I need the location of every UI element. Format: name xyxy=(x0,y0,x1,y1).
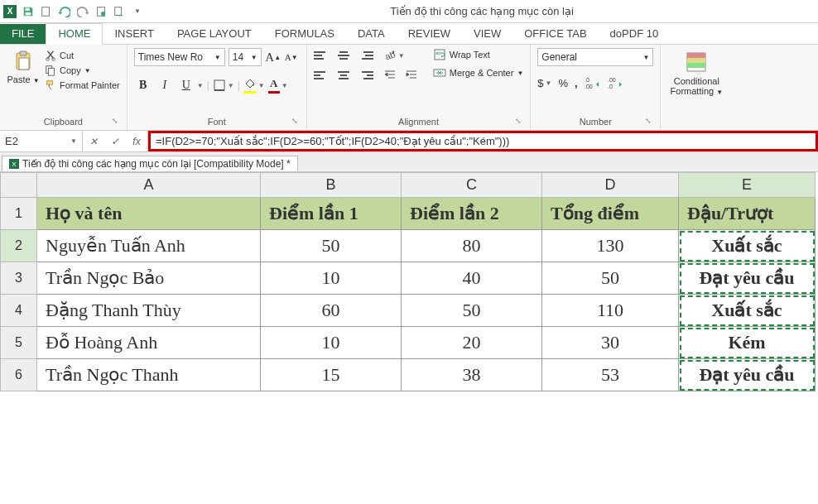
cell-A6[interactable]: Trần Ngọc Thanh xyxy=(37,359,261,391)
enter-formula-icon[interactable]: ✓ xyxy=(104,136,126,147)
cell-E2[interactable]: Xuất sắc xyxy=(679,230,816,262)
tab-office-tab[interactable]: OFFICE TAB xyxy=(512,24,598,44)
align-center-button[interactable] xyxy=(335,68,352,83)
cell-B3[interactable]: 10 xyxy=(261,262,402,295)
increase-decimal-button[interactable]: .0.00 xyxy=(585,76,601,89)
tab-home[interactable]: HOME xyxy=(46,23,103,45)
row-header-5[interactable]: 5 xyxy=(1,327,37,359)
cell-E5[interactable]: Kém xyxy=(679,327,816,359)
tab-view[interactable]: VIEW xyxy=(462,24,512,44)
cell-C6[interactable]: 38 xyxy=(402,359,542,391)
currency-button[interactable]: $ ▼ xyxy=(537,77,551,89)
cell-D4[interactable]: 110 xyxy=(542,295,679,327)
align-bottom-button[interactable] xyxy=(357,48,373,63)
cell-B1[interactable]: Điểm lần 1 xyxy=(261,198,402,230)
tab-formulas[interactable]: FORMULAS xyxy=(263,24,346,44)
cell-B6[interactable]: 15 xyxy=(261,359,402,391)
cell-A5[interactable]: Đỗ Hoàng Anh xyxy=(37,327,261,359)
row-header-1[interactable]: 1 xyxy=(1,198,37,230)
comma-button[interactable]: , xyxy=(575,77,578,89)
cell-D1[interactable]: Tổng điểm xyxy=(542,198,679,230)
paste-button[interactable]: Paste ▼ xyxy=(7,48,40,84)
clipboard-dialog-icon[interactable]: ⤡ xyxy=(110,117,120,127)
cell-B5[interactable]: 10 xyxy=(261,327,402,359)
cell-E6[interactable]: Đạt yêu cầu xyxy=(679,359,816,391)
column-header-E[interactable]: E xyxy=(679,173,816,198)
cell-D6[interactable]: 53 xyxy=(542,359,679,391)
save-icon[interactable] xyxy=(22,5,35,18)
cell-D5[interactable]: 30 xyxy=(542,327,679,359)
cell-C4[interactable]: 50 xyxy=(402,295,542,327)
cut-button[interactable]: Cut xyxy=(45,50,120,61)
format-painter-button[interactable]: Format Painter xyxy=(45,79,120,91)
percent-button[interactable]: % xyxy=(558,77,568,89)
cell-A1[interactable]: Họ và tên xyxy=(37,198,261,230)
column-header-C[interactable]: C xyxy=(402,173,542,198)
row-header-6[interactable]: 6 xyxy=(1,359,37,391)
cell-A4[interactable]: Đặng Thanh Thùy xyxy=(37,295,261,327)
tab-insert[interactable]: INSERT xyxy=(103,24,165,44)
cancel-formula-icon[interactable]: ✕ xyxy=(83,136,104,147)
qat-dropdown-icon[interactable]: ▼ xyxy=(131,5,144,18)
increase-indent-button[interactable] xyxy=(405,68,421,83)
formula-bar[interactable]: =IF(D2>=70;"Xuất sắc";IF(D2>=60;"Tốt";IF… xyxy=(148,131,818,151)
font-name-selector[interactable]: Times New Ro▼ xyxy=(134,48,225,66)
cell-C2[interactable]: 80 xyxy=(402,230,542,262)
number-format-selector[interactable]: General▼ xyxy=(537,48,653,66)
redo-icon[interactable] xyxy=(76,5,89,18)
merge-center-button[interactable]: Merge & Center ▼ xyxy=(433,66,524,79)
bold-button[interactable]: B xyxy=(134,76,152,94)
row-header-4[interactable]: 4 xyxy=(1,295,37,327)
cell-C5[interactable]: 20 xyxy=(402,327,542,359)
underline-button[interactable]: U▼ xyxy=(177,76,204,94)
row-header-2[interactable]: 2 xyxy=(1,230,37,262)
cell-D3[interactable]: 50 xyxy=(542,262,679,295)
cell-E1[interactable]: Đậu/Trượt xyxy=(679,198,816,230)
cell-C1[interactable]: Điểm lần 2 xyxy=(402,198,542,230)
copy-button[interactable]: Copy ▼ xyxy=(45,65,120,76)
decrease-indent-button[interactable] xyxy=(383,68,400,83)
italic-button[interactable]: I xyxy=(156,76,174,94)
tab-dopdf[interactable]: doPDF 10 xyxy=(599,24,671,44)
cell-D2[interactable]: 130 xyxy=(542,230,679,262)
font-color-button[interactable]: A▼ xyxy=(268,77,288,94)
qat-icon-2[interactable] xyxy=(40,5,53,18)
decrease-decimal-button[interactable]: .00.0 xyxy=(608,76,624,89)
tab-file[interactable]: FILE xyxy=(0,24,46,44)
wrap-text-button[interactable]: abWrap Text xyxy=(433,48,524,61)
cell-E4[interactable]: Xuất sắc xyxy=(679,295,816,327)
orientation-button[interactable]: ab▼ xyxy=(383,48,405,63)
column-header-D[interactable]: D xyxy=(542,173,679,198)
number-dialog-icon[interactable]: ⤡ xyxy=(643,117,653,127)
tab-page-layout[interactable]: PAGE LAYOUT xyxy=(166,24,263,44)
align-right-button[interactable] xyxy=(357,68,373,83)
cell-C3[interactable]: 40 xyxy=(402,262,542,295)
alignment-dialog-icon[interactable]: ⤡ xyxy=(513,117,523,127)
tab-data[interactable]: DATA xyxy=(346,24,397,44)
workbook-tab[interactable]: X Tiến độ thi công các hạng mục còn lại … xyxy=(2,156,298,171)
border-button[interactable]: ▼ xyxy=(213,79,234,92)
row-header-3[interactable]: 3 xyxy=(1,262,37,295)
name-box[interactable]: E2▼ xyxy=(0,131,83,151)
qat-icon-5[interactable] xyxy=(94,5,108,18)
font-dialog-icon[interactable]: ⤡ xyxy=(290,117,300,127)
cell-A3[interactable]: Trần Ngọc Bảo xyxy=(37,262,261,295)
fill-color-button[interactable]: ▼ xyxy=(243,77,265,94)
align-middle-button[interactable] xyxy=(335,48,352,63)
fx-icon[interactable]: fx xyxy=(126,136,147,147)
shrink-font-button[interactable]: A▼ xyxy=(283,48,300,66)
cell-B4[interactable]: 60 xyxy=(261,295,402,327)
column-header-B[interactable]: B xyxy=(261,173,402,198)
cell-B2[interactable]: 50 xyxy=(261,230,402,262)
column-header-A[interactable]: A xyxy=(37,173,261,198)
grow-font-button[interactable]: A▲ xyxy=(265,48,281,66)
qat-icon-6[interactable] xyxy=(113,5,126,18)
conditional-formatting-button[interactable]: ConditionalFormatting ▼ xyxy=(667,48,725,98)
cell-A2[interactable]: Nguyễn Tuấn Anh xyxy=(37,230,261,262)
align-left-button[interactable] xyxy=(314,68,330,83)
select-all-cell[interactable] xyxy=(1,173,37,198)
undo-icon[interactable] xyxy=(58,5,71,18)
cell-E3[interactable]: Đạt yêu cầu xyxy=(679,262,816,295)
align-top-button[interactable] xyxy=(314,48,330,63)
font-size-selector[interactable]: 14▼ xyxy=(229,48,262,66)
